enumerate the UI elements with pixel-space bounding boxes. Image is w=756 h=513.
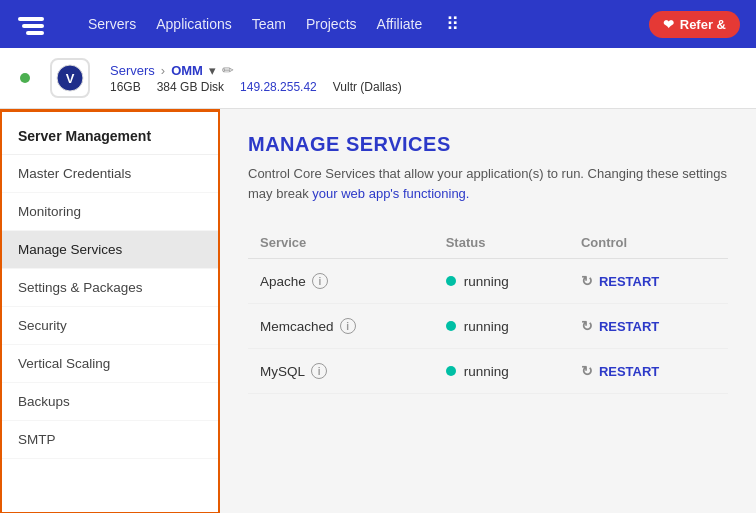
sidebar-title: Server Management [2,112,218,155]
table-row: MySQL i running ↻ RESTART [248,349,728,394]
restart-icon-apache: ↻ [581,273,593,289]
service-cell-memcached: Memcached i [248,304,434,349]
svg-text:V: V [66,71,75,86]
nav-right: ❤ Refer & [649,11,740,38]
table-row: Apache i running ↻ RESTART [248,259,728,304]
service-name-memcached: Memcached [260,319,334,334]
server-disk-label: 384 GB Disk [157,80,224,94]
col-control: Control [569,227,728,259]
nav-links: Servers Applications Team Projects Affil… [88,13,459,35]
restart-button-memcached[interactable]: ↻ RESTART [581,318,659,334]
control-cell-memcached: ↻ RESTART [569,304,728,349]
main-content: MANAGE SERVICES Control Core Services th… [220,109,756,513]
col-service: Service [248,227,434,259]
server-meta: 16GB 384 GB Disk 149.28.255.42 Vultr (Da… [110,80,402,94]
nav-affiliate[interactable]: Affiliate [377,16,423,32]
server-location: Vultr (Dallas) [333,80,402,94]
info-icon-mysql[interactable]: i [311,363,327,379]
service-cell-mysql: MySQL i [248,349,434,394]
status-dot-apache [446,276,456,286]
breadcrumb: Servers › OMM ▾ ✏ [110,62,402,78]
svg-rect-1 [22,24,44,28]
restart-label-mysql: RESTART [599,364,659,379]
server-ip[interactable]: 149.28.255.42 [240,80,317,94]
server-bar: V Servers › OMM ▾ ✏ 16GB 384 GB Disk 149… [0,48,756,109]
status-cell-memcached: running [434,304,569,349]
server-icon: V [50,58,90,98]
restart-label-memcached: RESTART [599,319,659,334]
status-text-apache: running [464,274,509,289]
table-row: Memcached i running ↻ RESTART [248,304,728,349]
page-title: MANAGE SERVICES [248,133,728,156]
refer-button[interactable]: ❤ Refer & [649,11,740,38]
sidebar-item-smtp[interactable]: SMTP [2,421,218,459]
logo[interactable] [16,9,56,39]
service-name-apache: Apache [260,274,306,289]
page-desc-link[interactable]: your web app's functioning. [312,186,469,201]
nav-applications[interactable]: Applications [156,16,232,32]
svg-rect-2 [26,31,44,35]
sidebar: Server Management Master Credentials Mon… [0,109,220,513]
heart-icon: ❤ [663,17,674,32]
status-text-mysql: running [464,364,509,379]
server-status-dot [20,73,30,83]
sidebar-item-vertical-scaling[interactable]: Vertical Scaling [2,345,218,383]
services-table: Service Status Control Apache i [248,227,728,394]
sidebar-item-master-credentials[interactable]: Master Credentials [2,155,218,193]
server-details: Servers › OMM ▾ ✏ 16GB 384 GB Disk 149.2… [110,62,402,94]
control-cell-mysql: ↻ RESTART [569,349,728,394]
status-cell-apache: running [434,259,569,304]
server-disk-size: 16GB [110,80,141,94]
status-text-memcached: running [464,319,509,334]
server-name: OMM [171,63,203,78]
info-icon-apache[interactable]: i [312,273,328,289]
grid-icon[interactable]: ⠿ [446,13,459,35]
service-cell-apache: Apache i [248,259,434,304]
nav-projects[interactable]: Projects [306,16,357,32]
sidebar-item-settings-packages[interactable]: Settings & Packages [2,269,218,307]
breadcrumb-servers[interactable]: Servers [110,63,155,78]
info-icon-memcached[interactable]: i [340,318,356,334]
svg-rect-0 [18,17,44,21]
sidebar-item-manage-services[interactable]: Manage Services [2,231,218,269]
nav-team[interactable]: Team [252,16,286,32]
sidebar-item-backups[interactable]: Backups [2,383,218,421]
service-name-mysql: MySQL [260,364,305,379]
col-status: Status [434,227,569,259]
page-description: Control Core Services that allow your ap… [248,164,728,203]
restart-icon-mysql: ↻ [581,363,593,379]
status-cell-mysql: running [434,349,569,394]
dropdown-icon[interactable]: ▾ [209,63,216,78]
restart-button-apache[interactable]: ↻ RESTART [581,273,659,289]
status-dot-memcached [446,321,456,331]
restart-label-apache: RESTART [599,274,659,289]
main-layout: Server Management Master Credentials Mon… [0,109,756,513]
sidebar-item-monitoring[interactable]: Monitoring [2,193,218,231]
restart-button-mysql[interactable]: ↻ RESTART [581,363,659,379]
control-cell-apache: ↻ RESTART [569,259,728,304]
sidebar-item-security[interactable]: Security [2,307,218,345]
restart-icon-memcached: ↻ [581,318,593,334]
top-nav: Servers Applications Team Projects Affil… [0,0,756,48]
status-dot-mysql [446,366,456,376]
breadcrumb-arrow: › [161,63,165,78]
refer-label: Refer & [680,17,726,32]
edit-icon[interactable]: ✏ [222,62,234,78]
nav-servers[interactable]: Servers [88,16,136,32]
